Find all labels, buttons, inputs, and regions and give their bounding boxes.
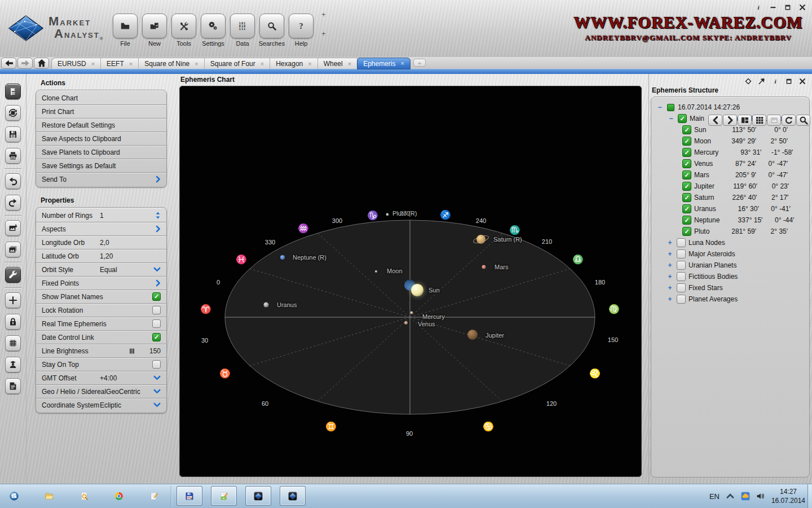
checkbox[interactable] bbox=[677, 249, 686, 259]
chevron-down-icon[interactable] bbox=[153, 402, 161, 408]
structure-planet-moon[interactable]: ✓Moon349° 29′2° 50′ bbox=[654, 135, 809, 147]
planet-mars[interactable] bbox=[482, 265, 486, 269]
toolbar-tools-button[interactable] bbox=[171, 14, 196, 38]
maximize-icon[interactable] bbox=[784, 3, 792, 11]
checkbox[interactable]: ✓ bbox=[152, 333, 161, 341]
add-button[interactable] bbox=[5, 292, 21, 308]
checkbox[interactable]: ✓ bbox=[682, 216, 691, 225]
action-item-print-chart[interactable]: Print Chart bbox=[36, 105, 166, 119]
structure-planet-saturn[interactable]: ✓Saturn226° 40′2° 17′ bbox=[654, 192, 809, 203]
tab-wheel[interactable]: Wheel× bbox=[318, 58, 358, 69]
planet-sun[interactable] bbox=[411, 284, 423, 296]
checkbox[interactable]: ✓ bbox=[682, 193, 691, 202]
planet-uranus[interactable] bbox=[264, 303, 269, 308]
tab-hexagon[interactable]: Hexagon× bbox=[270, 58, 317, 69]
expand-icon[interactable]: + bbox=[666, 284, 674, 292]
forward-button[interactable] bbox=[17, 58, 33, 69]
undo-button[interactable] bbox=[5, 173, 21, 189]
save-button[interactable] bbox=[5, 126, 21, 142]
slider-handle-icon[interactable] bbox=[128, 347, 136, 355]
expand-icon[interactable]: + bbox=[666, 261, 674, 269]
checkbox[interactable] bbox=[677, 238, 686, 247]
structure-datetime-row[interactable]: −16.07.2014 14:27:26 bbox=[654, 102, 809, 113]
collapse-icon[interactable]: − bbox=[656, 103, 664, 111]
property-row-line-brightness[interactable]: Line Brightness150 bbox=[36, 344, 166, 358]
action-item-save-planets-to-clipboard[interactable]: Save Planets to Clipboard bbox=[36, 146, 166, 159]
planet-venus[interactable] bbox=[404, 321, 408, 325]
tab-close-icon[interactable]: × bbox=[195, 61, 198, 67]
structure-planet-mercury[interactable]: ✓Mercury93° 31′-1° -58′ bbox=[654, 147, 809, 158]
checkbox[interactable]: ✓ bbox=[682, 137, 691, 146]
grid-view-button[interactable] bbox=[752, 115, 766, 126]
action-item-send-to[interactable]: Send To bbox=[36, 173, 166, 186]
structure-planet-jupiter[interactable]: ✓Jupiter119° 60′0° 23′ bbox=[654, 181, 809, 192]
toolbar-searches-button[interactable] bbox=[259, 14, 284, 38]
lock-button[interactable] bbox=[5, 314, 21, 330]
image-view-button[interactable] bbox=[767, 115, 781, 126]
checkbox[interactable]: ✓ bbox=[682, 182, 691, 191]
explorer-button[interactable] bbox=[39, 487, 59, 506]
minimize-icon[interactable] bbox=[769, 3, 777, 11]
structure-group-major-asteroids[interactable]: +Major Asteroids bbox=[654, 248, 809, 260]
planet-pluto[interactable] bbox=[386, 213, 389, 216]
ephemeris-chart-canvas[interactable]: 0306090120150180210240270300330♈♉♊♋♌♍♎♏♐… bbox=[179, 86, 642, 477]
checkbox[interactable] bbox=[677, 295, 686, 304]
action-item-save-aspects-to-clipboard[interactable]: Save Aspects to Clipboard bbox=[36, 132, 166, 146]
checkbox[interactable] bbox=[152, 319, 161, 328]
expand-icon[interactable]: + bbox=[666, 250, 674, 258]
structure-group-planet-averages[interactable]: +Planet Averages bbox=[654, 294, 809, 305]
redo-button[interactable] bbox=[5, 195, 21, 211]
expert-button[interactable] bbox=[5, 357, 21, 373]
property-row-number-of-rings[interactable]: Number of Rings1 bbox=[36, 209, 166, 222]
tab-scroll-left-button[interactable] bbox=[708, 115, 722, 126]
maximize-icon[interactable] bbox=[785, 77, 793, 85]
tab-scroll-right-button[interactable] bbox=[723, 115, 737, 126]
chevron-down-icon[interactable] bbox=[153, 375, 161, 380]
tab-close-icon[interactable]: × bbox=[129, 61, 133, 67]
add-tab-button[interactable]: + bbox=[413, 59, 426, 67]
close-icon[interactable] bbox=[798, 3, 806, 11]
export-image-button[interactable] bbox=[5, 220, 21, 236]
layout-button[interactable] bbox=[738, 115, 752, 126]
checkbox[interactable]: ✓ bbox=[678, 114, 687, 123]
action-item-restore-default-settings[interactable]: Restore Default Settings bbox=[36, 119, 166, 132]
action-item-clone-chart[interactable]: Clone Chart bbox=[36, 91, 166, 105]
toolbar-data-button[interactable]: 101010111 bbox=[230, 14, 255, 38]
property-row-date-control-link[interactable]: Date Control Link✓ bbox=[36, 331, 166, 344]
hidden-icons-arrow-icon[interactable] bbox=[726, 492, 735, 501]
checkbox[interactable]: ✓ bbox=[682, 159, 691, 168]
close-icon[interactable] bbox=[798, 77, 806, 85]
tab-close-icon[interactable]: × bbox=[348, 61, 351, 67]
structure-planet-neptune[interactable]: ✓Neptune337° 15′0° -44′ bbox=[654, 214, 809, 226]
app-market-analyst-button[interactable] bbox=[245, 486, 271, 506]
print-button[interactable] bbox=[5, 148, 21, 164]
tab-ephemeris[interactable]: Ephemeris× bbox=[357, 58, 411, 69]
checkbox[interactable]: ✓ bbox=[682, 125, 691, 134]
structure-group-uranian-planets[interactable]: +Uranian Planets bbox=[654, 260, 809, 271]
tab-close-icon[interactable]: × bbox=[261, 61, 264, 67]
clock[interactable]: 14:27 16.07.2014 bbox=[771, 487, 805, 505]
checkbox[interactable]: ✓ bbox=[682, 204, 691, 213]
expand-icon[interactable]: + bbox=[666, 295, 674, 303]
tab-close-icon[interactable]: × bbox=[308, 61, 311, 67]
info-icon[interactable]: i bbox=[771, 77, 779, 85]
checkbox[interactable] bbox=[677, 272, 686, 281]
property-row-latitude-orb[interactable]: Latitude Orb1,20 bbox=[36, 249, 166, 263]
structure-planet-mars[interactable]: ✓Mars205° 9′0° -47′ bbox=[654, 169, 809, 181]
planet-neptune[interactable] bbox=[280, 255, 285, 260]
planet-mercury[interactable] bbox=[411, 312, 413, 314]
notes-button[interactable] bbox=[5, 378, 21, 394]
tab-eeft[interactable]: EEFT× bbox=[101, 58, 139, 69]
info-icon[interactable]: i bbox=[754, 3, 762, 11]
tab-square-of-four[interactable]: Square of Four× bbox=[205, 58, 270, 69]
search-button[interactable] bbox=[74, 487, 94, 506]
toolbar-settings-button[interactable] bbox=[201, 14, 226, 38]
toolbar-file-button[interactable] bbox=[113, 14, 138, 38]
structure-planet-pluto[interactable]: ✓Pluto281° 59′2° 35′ bbox=[654, 226, 809, 237]
tab-eurusd[interactable]: EURUSD× bbox=[52, 58, 101, 69]
show-desktop-button[interactable] bbox=[807, 484, 812, 508]
checkbox[interactable]: ✓ bbox=[682, 227, 691, 236]
chrome-button[interactable] bbox=[109, 487, 129, 506]
structure-planet-venus[interactable]: ✓Venus87° 24′0° -47′ bbox=[654, 158, 809, 169]
spinner-icon[interactable] bbox=[155, 211, 161, 220]
